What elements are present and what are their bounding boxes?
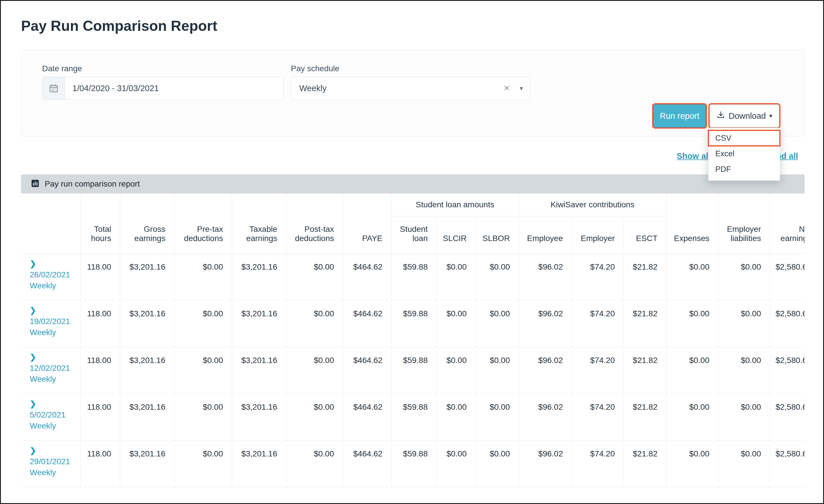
clear-icon[interactable]: ✕ <box>503 84 510 93</box>
table-cell: $96.02 <box>519 394 572 440</box>
download-menu-item-excel[interactable]: Excel <box>708 146 780 162</box>
table-cell: $21.82 <box>624 254 666 300</box>
chevron-down-icon[interactable]: ▾ <box>520 85 523 92</box>
table-cell: 118.00 <box>81 254 120 300</box>
pay-run-date-link[interactable]: 19/02/2021 <box>30 316 78 327</box>
table-cell: $21.82 <box>624 440 666 487</box>
table-cell: $0.00 <box>436 394 476 440</box>
pay-run-schedule-link[interactable]: Weekly <box>30 374 78 385</box>
table-cell: $0.00 <box>476 347 519 394</box>
caret-down-icon: ▾ <box>769 112 772 119</box>
table-cell: $0.00 <box>174 300 232 347</box>
table-cell: 118.00 <box>81 347 120 394</box>
column-header: Employee <box>519 216 572 254</box>
table-cell: $59.88 <box>391 347 436 394</box>
table-cell: $464.62 <box>343 254 391 300</box>
expand-chevron-icon[interactable]: ❯ <box>30 258 78 269</box>
pay-schedule-select[interactable]: Weekly ✕ ▾ <box>291 77 530 100</box>
run-report-button[interactable]: Run report <box>653 104 706 127</box>
table-cell: $464.62 <box>343 440 391 487</box>
expand-chevron-icon[interactable]: ❯ <box>30 305 78 316</box>
pay-run-cell: ❯29/01/2021Weekly <box>21 440 81 487</box>
table-cell: $96.02 <box>519 300 572 347</box>
table-cell: $2,580.64 <box>770 347 805 394</box>
table-cell: $0.00 <box>718 254 770 300</box>
download-menu: CSVExcelPDF <box>708 128 780 181</box>
table-cell: $0.00 <box>718 394 770 440</box>
pay-run-schedule-link[interactable]: Weekly <box>30 467 78 478</box>
pay-run-schedule-link[interactable]: Weekly <box>30 327 78 338</box>
table-cell: $3,201.16 <box>120 254 174 300</box>
date-range-label: Date range <box>42 64 82 73</box>
page-title: Pay Run Comparison Report <box>21 18 217 34</box>
table-cell: $464.62 <box>343 347 391 394</box>
download-menu-item-csv[interactable]: CSV <box>708 130 780 146</box>
report-icon <box>31 179 39 189</box>
download-menu-item-pdf[interactable]: PDF <box>708 162 780 177</box>
pay-run-cell: ❯5/02/2021Weekly <box>21 394 81 440</box>
table-cell: $96.02 <box>519 347 572 394</box>
table-cell: $464.62 <box>343 300 391 347</box>
pay-run-date-link[interactable]: 5/02/2021 <box>30 409 78 420</box>
table-cell: $0.00 <box>666 254 718 300</box>
table-cell: $3,201.16 <box>120 394 174 440</box>
pay-run-schedule-link[interactable]: Weekly <box>30 280 78 291</box>
pay-run-cell: ❯19/02/2021Weekly <box>21 300 81 347</box>
pay-run-date-link[interactable]: 29/01/2021 <box>30 456 78 467</box>
date-range-field <box>42 77 284 100</box>
download-icon <box>716 111 725 121</box>
pay-run-date-link[interactable]: 12/02/2021 <box>30 363 78 374</box>
report-table-container: Total hoursGross earningsPre-tax deducti… <box>21 193 805 488</box>
table-cell: $0.00 <box>286 254 343 300</box>
report-table: Total hoursGross earningsPre-tax deducti… <box>21 193 805 487</box>
table-cell: $74.20 <box>572 254 624 300</box>
table-cell: $59.88 <box>391 254 436 300</box>
column-group-header: Student loan amounts <box>391 193 519 216</box>
table-row: ❯19/02/2021Weekly118.00$3,201.16$0.00$3,… <box>21 300 805 347</box>
table-cell: 118.00 <box>81 300 120 347</box>
table-cell: $0.00 <box>174 347 232 394</box>
report-header-bar: Pay run comparison report <box>21 175 805 193</box>
table-cell: $0.00 <box>286 347 343 394</box>
pay-run-schedule-link[interactable]: Weekly <box>30 420 78 431</box>
download-button-label: Download <box>729 111 766 121</box>
table-cell: $2,580.64 <box>770 300 805 347</box>
calendar-icon[interactable] <box>42 77 65 99</box>
table-cell: $3,201.16 <box>120 300 174 347</box>
table-row: ❯12/02/2021Weekly118.00$3,201.16$0.00$3,… <box>21 347 805 394</box>
table-cell: $74.20 <box>572 440 624 487</box>
report-title: Pay run comparison report <box>45 179 140 189</box>
table-cell: $21.82 <box>624 300 666 347</box>
table-cell: $59.88 <box>391 300 436 347</box>
expand-chevron-icon[interactable]: ❯ <box>30 352 78 363</box>
table-cell: $21.82 <box>624 347 666 394</box>
pay-run-date-link[interactable]: 26/02/2021 <box>30 269 78 280</box>
table-cell: $74.20 <box>572 300 624 347</box>
column-header: Gross earnings <box>120 193 174 254</box>
table-cell: $0.00 <box>666 394 718 440</box>
expand-chevron-icon[interactable]: ❯ <box>30 398 78 409</box>
table-cell: $0.00 <box>286 440 343 487</box>
table-cell: $0.00 <box>476 254 519 300</box>
table-cell: $74.20 <box>572 347 624 394</box>
filter-panel: Date range Pay schedule Weekly ✕ ▾ Run r… <box>21 50 805 136</box>
pay-schedule-label: Pay schedule <box>291 64 339 73</box>
table-cell: $0.00 <box>666 347 718 394</box>
column-header: Student loan <box>391 216 436 254</box>
table-cell: $0.00 <box>718 300 770 347</box>
table-cell: $0.00 <box>666 300 718 347</box>
show-all-link[interactable]: Show all <box>677 152 711 161</box>
table-cell: $96.02 <box>519 440 572 487</box>
download-button[interactable]: Download ▾ <box>710 104 779 127</box>
column-header: SLCIR <box>436 216 476 254</box>
date-range-input[interactable] <box>65 77 283 99</box>
table-cell: $0.00 <box>436 440 476 487</box>
column-header: SLBOR <box>476 216 519 254</box>
table-cell: $0.00 <box>286 394 343 440</box>
table-row: ❯29/01/2021Weekly118.00$3,201.16$0.00$3,… <box>21 440 805 487</box>
table-cell: $0.00 <box>718 347 770 394</box>
table-cell: $3,201.16 <box>232 394 286 440</box>
expand-chevron-icon[interactable]: ❯ <box>30 445 78 456</box>
table-cell: $59.88 <box>391 394 436 440</box>
table-cell: $2,580.64 <box>770 440 805 487</box>
